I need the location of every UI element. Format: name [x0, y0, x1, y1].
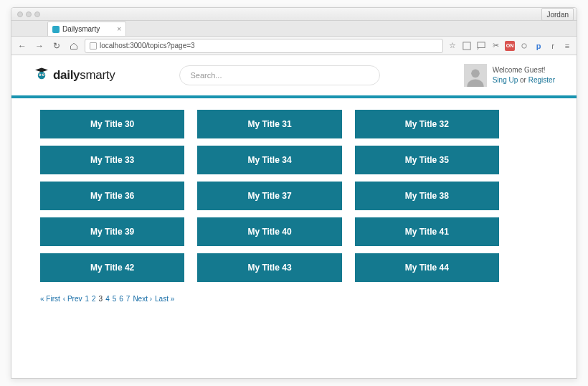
topic-card[interactable]: My Title 35 — [355, 146, 499, 174]
svg-rect-1 — [478, 42, 485, 47]
cast-icon[interactable] — [476, 41, 486, 51]
topic-card[interactable]: My Title 38 — [355, 182, 499, 210]
menu-icon[interactable]: ≡ — [562, 41, 572, 51]
logo[interactable]: dailysmarty — [33, 67, 115, 84]
content: My Title 30 My Title 31 My Title 32 My T… — [11, 98, 577, 314]
welcome-greeting: Welcome Guest! — [493, 65, 555, 75]
pagination-last[interactable]: Last » — [155, 295, 174, 303]
home-button[interactable] — [67, 39, 80, 52]
site-header: dailysmarty Search... Welcome Guest! Sin… — [11, 55, 577, 95]
topic-card[interactable]: My Title 31 — [197, 110, 341, 138]
pagination-prev[interactable]: ‹ Prev — [63, 295, 82, 303]
topic-card[interactable]: My Title 44 — [355, 253, 499, 282]
url-text: localhost:3000/topics?page=3 — [100, 42, 195, 50]
avatar[interactable] — [464, 64, 487, 87]
or-text: or — [520, 76, 526, 84]
logo-text: dailysmarty — [53, 68, 115, 83]
window-maximize-icon[interactable] — [34, 11, 40, 17]
svg-point-2 — [522, 43, 526, 47]
extension-r-icon[interactable]: r — [548, 41, 558, 51]
star-icon[interactable]: ☆ — [447, 41, 457, 51]
pagination-page[interactable]: 2 — [92, 295, 96, 303]
topic-card[interactable]: My Title 42 — [40, 253, 184, 282]
topic-card[interactable]: My Title 43 — [197, 253, 341, 282]
pagination-page[interactable]: 4 — [105, 295, 110, 303]
pagination-next[interactable]: Next › — [133, 295, 152, 303]
user-area: Welcome Guest! Sing Up or Register — [464, 64, 555, 87]
extension-dot-icon[interactable] — [519, 41, 529, 51]
pagination-page[interactable]: 7 — [126, 295, 131, 303]
topic-card[interactable]: My Title 39 — [40, 217, 184, 246]
forward-button[interactable]: → — [33, 39, 46, 52]
topic-card[interactable]: My Title 41 — [355, 217, 499, 246]
svg-rect-0 — [463, 42, 470, 49]
extension-scissors-icon[interactable]: ✂ — [490, 41, 501, 51]
favicon-icon — [52, 26, 60, 33]
welcome-text: Welcome Guest! Sing Up or Register — [493, 65, 555, 85]
signup-link[interactable]: Sing Up — [493, 76, 518, 84]
tab-close-icon[interactable]: × — [117, 25, 121, 33]
address-bar[interactable]: localhost:3000/topics?page=3 — [85, 39, 443, 53]
window-minimize-icon[interactable] — [26, 11, 32, 17]
browser-window: Jordan Dailysmarty × ← → ↻ localhost:300… — [11, 7, 577, 379]
register-link[interactable]: Register — [528, 76, 555, 84]
pagination-first[interactable]: « First — [40, 295, 60, 303]
search-input[interactable]: Search... — [179, 65, 380, 85]
tab-bar: Dailysmarty × — [11, 21, 577, 37]
window-close-icon[interactable] — [17, 11, 23, 17]
owl-icon — [33, 67, 50, 84]
topic-card[interactable]: My Title 40 — [197, 217, 341, 246]
pagination-page[interactable]: 6 — [119, 295, 123, 303]
tab-title: Dailysmarty — [62, 25, 100, 33]
page-viewport: dailysmarty Search... Welcome Guest! Sin… — [11, 55, 577, 378]
reload-button[interactable]: ↻ — [50, 39, 63, 52]
app-box-icon[interactable] — [462, 41, 472, 51]
browser-toolbar: ← → ↻ localhost:3000/topics?page=3 ☆ ✂ O… — [11, 37, 577, 55]
topic-card[interactable]: My Title 34 — [197, 146, 341, 174]
search-placeholder: Search... — [190, 71, 222, 80]
topic-card[interactable]: My Title 30 — [40, 110, 184, 138]
svg-point-8 — [471, 70, 480, 78]
pagination-page[interactable]: 1 — [85, 295, 89, 303]
title-bar — [11, 8, 577, 21]
page-info-icon — [90, 42, 97, 50]
svg-point-6 — [39, 75, 41, 76]
browser-user-button[interactable]: Jordan — [541, 8, 574, 21]
pagination: « First ‹ Prev 1 2 3 4 5 6 7 Next › Last… — [40, 295, 548, 303]
topic-card[interactable]: My Title 36 — [40, 182, 184, 210]
pagination-current: 3 — [99, 295, 103, 303]
pagination-page[interactable]: 5 — [113, 295, 117, 303]
extension-p-icon[interactable]: p — [534, 41, 544, 51]
svg-point-7 — [43, 75, 44, 76]
browser-tab[interactable]: Dailysmarty × — [47, 22, 126, 36]
topic-card[interactable]: My Title 33 — [40, 146, 184, 174]
back-button[interactable]: ← — [16, 39, 29, 52]
extension-on-icon[interactable]: ON — [505, 41, 515, 51]
topic-card[interactable]: My Title 32 — [355, 110, 499, 138]
topic-card[interactable]: My Title 37 — [197, 182, 341, 210]
topics-grid: My Title 30 My Title 31 My Title 32 My T… — [40, 110, 499, 282]
